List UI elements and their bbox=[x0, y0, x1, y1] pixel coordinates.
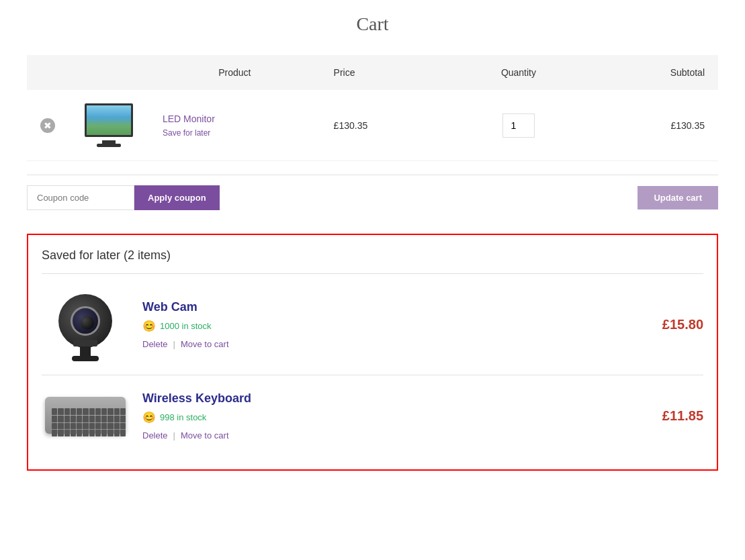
saved-item-name: Web Cam bbox=[142, 300, 609, 314]
remove-item-button[interactable]: ✖ bbox=[40, 118, 55, 133]
stock-icon: 😊 bbox=[142, 411, 156, 424]
saved-item-stock: 😊 1000 in stock bbox=[142, 320, 609, 332]
col-header-product: Product bbox=[149, 55, 320, 90]
coupon-input[interactable] bbox=[27, 185, 134, 210]
col-header-image bbox=[69, 55, 149, 90]
quantity-input[interactable] bbox=[502, 113, 535, 138]
action-divider: | bbox=[173, 339, 175, 349]
coupon-area: Apply coupon bbox=[27, 185, 220, 210]
saved-item-price: £11.85 bbox=[623, 408, 703, 424]
product-price: £130.35 bbox=[320, 90, 452, 161]
update-cart-button[interactable]: Update cart bbox=[638, 186, 718, 209]
cart-actions: Apply coupon Update cart bbox=[27, 175, 718, 220]
product-name-cell: LED Monitor Save for later bbox=[149, 90, 320, 161]
list-item: Wireless Keyboard 😊 998 in stock Delete … bbox=[42, 375, 703, 456]
webcam-info: Web Cam 😊 1000 in stock Delete | Move to… bbox=[142, 300, 609, 349]
save-for-later-link[interactable]: Save for later bbox=[163, 128, 210, 138]
move-to-cart-link[interactable]: Move to cart bbox=[181, 430, 229, 440]
col-header-subtotal: Subtotal bbox=[586, 55, 719, 90]
cart-table: Product Price Quantity Subtotal ✖ bbox=[27, 55, 718, 161]
product-image bbox=[82, 103, 136, 147]
list-item: Web Cam 😊 1000 in stock Delete | Move to… bbox=[42, 273, 703, 375]
move-to-cart-link[interactable]: Move to cart bbox=[181, 339, 229, 349]
saved-for-later-section: Saved for later (2 items) Web Cam 😊 bbox=[27, 234, 718, 471]
page-wrapper: Cart Product Price Quantity Subtotal ✖ bbox=[0, 0, 745, 484]
saved-item-price: £15.80 bbox=[623, 317, 703, 332]
action-divider: | bbox=[173, 430, 175, 440]
delete-link[interactable]: Delete bbox=[142, 430, 168, 440]
saved-item-stock: 😊 998 in stock bbox=[142, 411, 609, 424]
table-row: ✖ LED Monitor Save for later £130.35 bbox=[27, 90, 718, 161]
col-header-remove bbox=[27, 55, 69, 90]
product-name-link[interactable]: LED Monitor bbox=[163, 113, 307, 124]
saved-item-actions: Delete | Move to cart bbox=[142, 339, 609, 349]
stock-icon: 😊 bbox=[142, 320, 156, 332]
stock-text: 1000 in stock bbox=[160, 321, 212, 331]
quantity-cell bbox=[451, 90, 585, 161]
apply-coupon-button[interactable]: Apply coupon bbox=[134, 185, 220, 210]
col-header-price: Price bbox=[320, 55, 452, 90]
saved-item-name: Wireless Keyboard bbox=[142, 391, 609, 406]
col-header-quantity: Quantity bbox=[451, 55, 585, 90]
saved-item-actions: Delete | Move to cart bbox=[142, 430, 609, 440]
keyboard-info: Wireless Keyboard 😊 998 in stock Delete … bbox=[142, 391, 609, 440]
page-title: Cart bbox=[27, 13, 718, 35]
webcam-image bbox=[42, 287, 129, 361]
delete-link[interactable]: Delete bbox=[142, 339, 168, 349]
product-subtotal: £130.35 bbox=[586, 90, 719, 161]
keyboard-image bbox=[42, 389, 129, 442]
stock-text: 998 in stock bbox=[160, 412, 206, 422]
saved-section-title: Saved for later (2 items) bbox=[42, 248, 703, 263]
